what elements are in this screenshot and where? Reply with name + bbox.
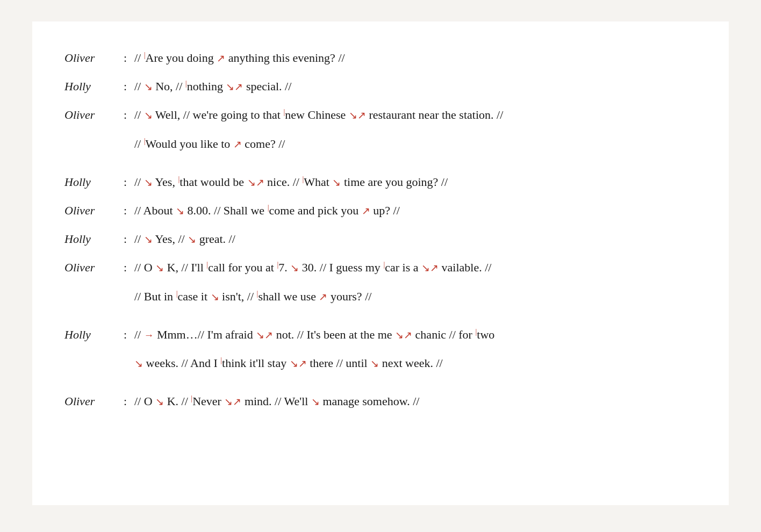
dialogue-content: // → Mmm…// I'm afraid ↘↗ not. // It's b… xyxy=(134,325,697,344)
dialogue-content: // ↘ Well, // we're going to that |new C… xyxy=(134,105,697,124)
colon: : xyxy=(124,392,134,411)
dialogue-container: Oliver: // |Are you doing ↗ anything thi… xyxy=(32,21,729,505)
dialogue-continuation: // But in |case it ↘ isn't, // |shall we… xyxy=(64,287,697,315)
dialogue-content: // O ↘ K, // I'll |call for you at |7. ↘… xyxy=(134,258,697,277)
dialogue-continuation: ↘ weeks. // And I |think it'll stay ↘↗ t… xyxy=(64,354,697,382)
speaker-name: Oliver xyxy=(64,392,124,411)
speaker-name: Oliver xyxy=(64,105,124,124)
dialogue-content: // ↘ Yes, |that would be ↘↗ nice. // |Wh… xyxy=(134,172,697,191)
dialogue-content: // ↘ Yes, // ↘ great. // xyxy=(134,229,697,248)
colon: : xyxy=(124,77,134,96)
dialogue-line: Oliver: // About ↘ 8.00. // Shall we |co… xyxy=(64,201,697,220)
colon: : xyxy=(124,48,134,67)
speaker-name: Oliver xyxy=(64,201,124,220)
dialogue-line: Holly: // ↘ Yes, |that would be ↘↗ nice.… xyxy=(64,172,697,191)
speaker-name: Holly xyxy=(64,172,124,191)
dialogue-content: // About ↘ 8.00. // Shall we |come and p… xyxy=(134,201,697,220)
dialogue-content: // ↘ No, // |nothing ↘↗ special. // xyxy=(134,77,697,96)
colon: : xyxy=(124,172,134,191)
dialogue-content: // O ↘ K. // |Never ↘↗ mind. // We'll ↘ … xyxy=(134,392,697,411)
dialogue-line: Oliver: // O ↘ K. // |Never ↘↗ mind. // … xyxy=(64,392,697,411)
dialogue-line: Holly: // → Mmm…// I'm afraid ↘↗ not. //… xyxy=(64,325,697,344)
dialogue-content: // |Are you doing ↗ anything this evenin… xyxy=(134,48,697,67)
speaker-name: Holly xyxy=(64,77,124,96)
speaker-name: Oliver xyxy=(64,258,124,277)
dialogue-line: Holly: // ↘ Yes, // ↘ great. // xyxy=(64,229,697,248)
continuation-content: // But in |case it ↘ isn't, // |shall we… xyxy=(134,287,697,306)
colon: : xyxy=(124,201,134,220)
colon: : xyxy=(124,325,134,344)
dialogue-line: Holly: // ↘ No, // |nothing ↘↗ special. … xyxy=(64,77,697,96)
colon: : xyxy=(124,258,134,277)
continuation-content: ↘ weeks. // And I |think it'll stay ↘↗ t… xyxy=(134,354,697,372)
dialogue-line: Oliver: // |Are you doing ↗ anything thi… xyxy=(64,48,697,67)
dialogue-line: Oliver: // ↘ Well, // we're going to tha… xyxy=(64,105,697,124)
continuation-content: // |Would you like to ↗ come? // xyxy=(134,134,697,153)
colon: : xyxy=(124,105,134,124)
speaker-name: Holly xyxy=(64,325,124,344)
speaker-name: Oliver xyxy=(64,48,124,67)
speaker-name: Holly xyxy=(64,229,124,248)
dialogue-continuation: // |Would you like to ↗ come? // xyxy=(64,134,697,163)
dialogue-line: Oliver: // O ↘ K, // I'll |call for you … xyxy=(64,258,697,277)
colon: : xyxy=(124,229,134,248)
